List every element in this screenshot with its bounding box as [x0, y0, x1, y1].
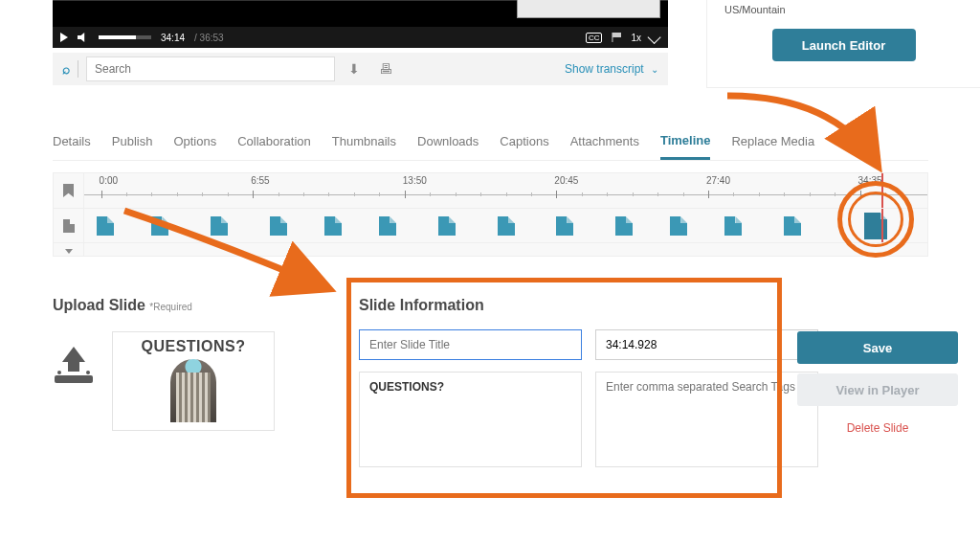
timeline-slide-marker[interactable] [270, 216, 287, 236]
save-button[interactable]: Save [797, 331, 958, 364]
flag-icon[interactable] [612, 33, 621, 42]
slide-track-icon[interactable] [54, 209, 84, 242]
chevron-down-icon: ⌄ [651, 64, 658, 75]
video-controls: 34:14 / 36:53 CC 1x [53, 27, 668, 48]
slide-information-section: Slide Information ▲▼ [359, 297, 818, 467]
download-icon[interactable]: ⬇ [343, 61, 366, 77]
tab-attachments[interactable]: Attachments [570, 134, 639, 158]
timeline-slides-track[interactable] [84, 209, 927, 242]
slide-preview[interactable]: QUESTIONS? [112, 331, 275, 431]
tab-captions[interactable]: Captions [500, 134, 548, 158]
video-player: 34:14 / 36:53 CC 1x [53, 0, 668, 48]
tab-options[interactable]: Options [173, 134, 216, 158]
slide-actions: Save View in Player Delete Slide [797, 331, 958, 435]
preview-text: QUESTIONS? [141, 338, 245, 355]
timeline-slide-marker[interactable] [556, 216, 573, 236]
timeline-tick-label: 13:50 [403, 175, 427, 186]
play-icon[interactable] [60, 33, 68, 42]
upload-slide-section: Upload Slide *Required QUESTIONS? [53, 297, 340, 431]
timeline-slide-marker[interactable] [864, 216, 881, 236]
slide-time-input[interactable] [595, 329, 818, 360]
tab-replace-media[interactable]: Replace Media [731, 134, 814, 158]
timeline-slide-marker[interactable] [784, 216, 801, 236]
slide-info-heading: Slide Information [359, 297, 818, 314]
current-time: 34:14 [161, 33, 185, 43]
required-label: *Required [149, 302, 191, 312]
timeline-slide-marker[interactable] [151, 216, 168, 236]
delete-slide-link[interactable]: Delete Slide [797, 421, 958, 435]
video-screen [53, 0, 668, 27]
bookmark-track-icon[interactable] [54, 173, 84, 208]
volume-icon[interactable] [78, 33, 89, 42]
timeline-ruler[interactable]: 0:006:5513:5020:4527:4034:35 [84, 173, 927, 208]
preview-image [170, 359, 216, 422]
timeline-tick-label: 0:00 [100, 175, 118, 186]
speed-label[interactable]: 1x [631, 33, 641, 43]
timeline-slide-marker[interactable] [724, 216, 742, 236]
tab-timeline[interactable]: Timeline [660, 133, 711, 160]
timeline-slide-marker[interactable] [670, 216, 687, 236]
cc-icon[interactable]: CC [586, 33, 603, 43]
video-pip-thumb [517, 0, 660, 18]
tab-publish[interactable]: Publish [112, 134, 153, 158]
upload-icon[interactable] [53, 347, 95, 383]
separator [78, 60, 78, 78]
tab-thumbnails[interactable]: Thumbnails [332, 134, 396, 158]
timeline-slide-marker[interactable] [498, 216, 515, 236]
launch-editor-button[interactable]: Launch Editor [772, 29, 916, 61]
media-side-panel: US/Mountain Launch Editor [706, 0, 980, 88]
slide-title-input[interactable] [359, 329, 582, 360]
timeline-tick-label: 20:45 [554, 175, 578, 186]
upload-slide-heading: Upload Slide *Required [53, 297, 340, 314]
timeline-slide-marker[interactable] [97, 216, 114, 236]
playhead[interactable] [881, 209, 883, 242]
timeline-tick-label: 27:40 [706, 175, 730, 186]
timeline-slide-marker[interactable] [615, 216, 633, 236]
timeline-slide-marker[interactable] [379, 216, 396, 236]
timeline-slide-marker[interactable] [324, 216, 342, 236]
timeline-panel: 0:006:5513:5020:4527:4034:35 [53, 172, 928, 257]
print-icon[interactable]: 🖶 [373, 61, 398, 77]
duration: / 36:53 [194, 33, 224, 43]
timeline-slide-marker[interactable] [211, 216, 228, 236]
volume-slider[interactable] [99, 35, 151, 39]
fullscreen-icon[interactable] [648, 31, 661, 44]
show-transcript-link[interactable]: Show transcript ⌄ [565, 62, 658, 76]
tab-downloads[interactable]: Downloads [417, 134, 479, 158]
tab-collaboration[interactable]: Collaboration [237, 134, 311, 158]
slide-description-input[interactable] [359, 372, 582, 467]
timeline-slide-marker[interactable] [438, 216, 456, 236]
search-input[interactable] [86, 56, 335, 81]
show-transcript-label: Show transcript [565, 62, 644, 76]
playhead[interactable] [881, 173, 883, 208]
search-icon[interactable]: ⌕ [62, 61, 70, 77]
view-in-player-button[interactable]: View in Player [797, 373, 958, 406]
media-tabs: DetailsPublishOptionsCollaborationThumbn… [53, 132, 928, 161]
track-expand-icon[interactable] [54, 243, 84, 257]
timeline-tick-label: 34:35 [858, 175, 882, 186]
slide-tags-input[interactable] [595, 372, 818, 467]
timezone-label: US/Mountain [724, 0, 963, 23]
timeline-tick-label: 6:55 [251, 175, 269, 186]
upload-heading-text: Upload Slide [53, 297, 145, 313]
tab-details[interactable]: Details [53, 134, 91, 158]
search-bar: ⌕ ⬇ 🖶 Show transcript ⌄ [53, 53, 668, 85]
